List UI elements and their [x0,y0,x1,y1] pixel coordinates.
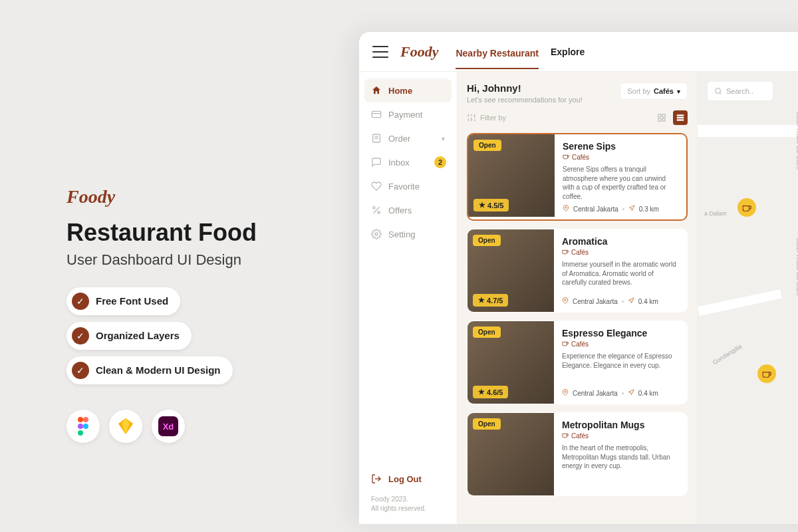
svg-point-34 [565,391,567,393]
cup-icon [563,153,569,161]
sidebar-item-label: Order [388,134,410,144]
map-street-label: Gondangdia [712,343,743,366]
promo-title: Restaurant Food [66,219,332,246]
view-toggle [654,110,688,125]
heart-icon [371,181,382,192]
location-icon [562,389,569,397]
map-search-input[interactable]: Search.. [707,81,773,101]
cup-icon [562,340,569,348]
sidebar-item-payment[interactable]: Payment [364,102,452,126]
restaurant-card[interactable]: Open Metropolitan Mugs Cafés In the hear… [467,412,688,496]
feature-label: Clean & Modern UI Design [96,364,221,376]
sidebar-item-label: Favorite [388,182,420,192]
card-title: Aromatica [562,236,679,247]
greeting-sub: Let's see recommendations for you! [467,96,583,104]
sidebar-item-setting[interactable]: Setting [364,222,452,246]
percent-icon [371,205,382,215]
card-image: Open ★4.7/5 [467,229,554,312]
chevron-down-icon: ▾ [677,88,680,95]
listing-panel: Hi, Johnny! Let's see recommendations fo… [458,72,697,524]
restaurant-card[interactable]: Open ★4.6/5 Espresso Elegance Cafés Expe… [467,321,688,404]
svg-point-14 [378,211,380,213]
check-icon: ✓ [72,362,89,379]
filter-button[interactable]: Filter by [467,113,506,122]
sort-label: Sort by [627,87,650,95]
status-badge: Open [473,327,501,338]
tab-explore[interactable]: Explore [551,44,585,60]
svg-point-3 [83,424,88,429]
svg-rect-25 [662,118,665,121]
sidebar-item-label: Setting [388,229,415,239]
svg-rect-28 [677,117,684,118]
card-rating: ★4.6/5 [473,386,508,398]
figma-icon [66,410,100,443]
gear-icon [371,229,382,239]
card-title: Metropolitan Mugs [562,420,679,430]
order-icon [371,133,382,144]
svg-line-37 [720,92,721,94]
tab-nearby-restaurant[interactable]: Nearby Restaurant [456,45,539,69]
cup-icon [742,203,751,212]
location-icon [562,297,569,305]
svg-rect-24 [662,114,665,117]
filter-label: Filter by [480,114,506,122]
restaurant-card[interactable]: Open ★4.7/5 Aromatica Cafés Immerse your… [467,229,688,313]
map-pin[interactable] [757,364,776,383]
map-street-label: Jalan Teuku Cik Ditiro [795,238,798,296]
sidebar-item-favorite[interactable]: Favorite [364,174,452,198]
tool-icons-row: Xd [66,410,332,443]
card-rating: ★4.7/5 [473,294,508,307]
grid-view-button[interactable] [654,110,669,125]
promo-panel: Foody Restaurant Food User Dashboard UI … [66,186,332,443]
card-meta: Central Jakarta0.3 km [563,205,678,213]
grid-icon [657,113,666,122]
star-icon: ★ [478,296,485,305]
svg-point-4 [78,430,83,436]
inbox-badge: 2 [434,156,446,168]
svg-marker-31 [629,205,634,211]
promo-subtitle: User Dashboard UI Design [66,251,332,269]
list-icon [676,113,685,122]
map-panel[interactable]: Search.. a Dalam Jalan Teuku Cik Ditiro … [697,72,798,524]
check-icon: ✓ [72,327,89,344]
sidebar-item-order[interactable]: Order▾ [364,126,452,150]
sidebar-item-inbox[interactable]: Inbox2 [364,150,452,174]
card-title: Espresso Elegance [562,328,679,338]
sort-dropdown[interactable]: Sort by Cafés ▾ [620,82,688,100]
topbar: Foody Nearby Restaurant Explore [359,32,798,72]
hamburger-icon[interactable] [372,46,388,58]
card-description: Serene Sips offers a tranquil atmosphere… [563,165,678,201]
map-street-label: a Dalam [704,210,727,217]
footer-copyright: Foody 2023.All rights reserved. [364,491,452,517]
chevron-down-icon: ▾ [442,135,445,142]
sidebar-item-home[interactable]: Home [364,78,452,102]
check-icon: ✓ [72,293,89,310]
feature-label: Organized Layers [96,330,180,341]
card-category: Cafés [562,340,679,348]
feature-pill: ✓Clean & Modern UI Design [66,356,233,384]
sidebar-item-offers[interactable]: Offers [364,198,452,222]
card-meta: Central Jakarta0.4 km [562,297,679,305]
feature-pill: ✓Free Font Used [66,287,180,315]
feature-label: Free Font Used [96,295,168,307]
card-category: Cafés [562,432,679,440]
sidebar: Home Payment Order▾ Inbox2 Favorite Offe… [359,72,458,524]
app-logo: Foody [400,43,438,61]
search-placeholder: Search.. [726,87,753,95]
card-description: Immerse yourself in the aromatic world o… [562,260,679,293]
list-view-button[interactable] [673,110,688,125]
cup-icon [562,248,569,256]
map-pin[interactable] [737,198,756,217]
sketch-icon [109,410,142,443]
svg-point-1 [83,417,88,422]
logout-label: Log Out [388,474,422,484]
status-badge: Open [473,418,501,430]
star-icon: ★ [479,201,485,209]
status-badge: Open [473,235,501,246]
svg-point-0 [78,417,83,422]
svg-point-15 [375,233,378,235]
sidebar-item-label: Inbox [388,158,410,168]
logout-button[interactable]: Log Out [364,467,452,491]
svg-marker-33 [628,298,634,303]
restaurant-card[interactable]: Open ★4.5/5 Serene Sips Cafés Serene Sip… [467,133,688,221]
